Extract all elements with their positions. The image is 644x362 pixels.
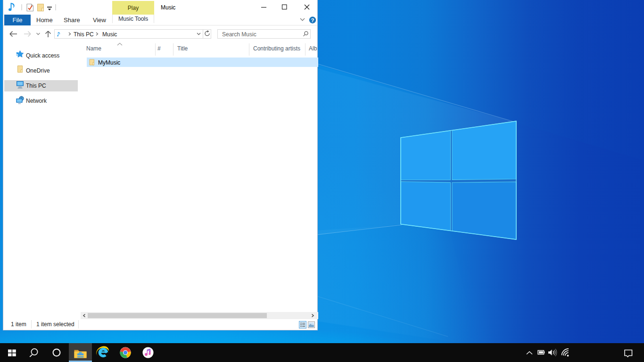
svg-text:?: ? bbox=[311, 17, 314, 23]
